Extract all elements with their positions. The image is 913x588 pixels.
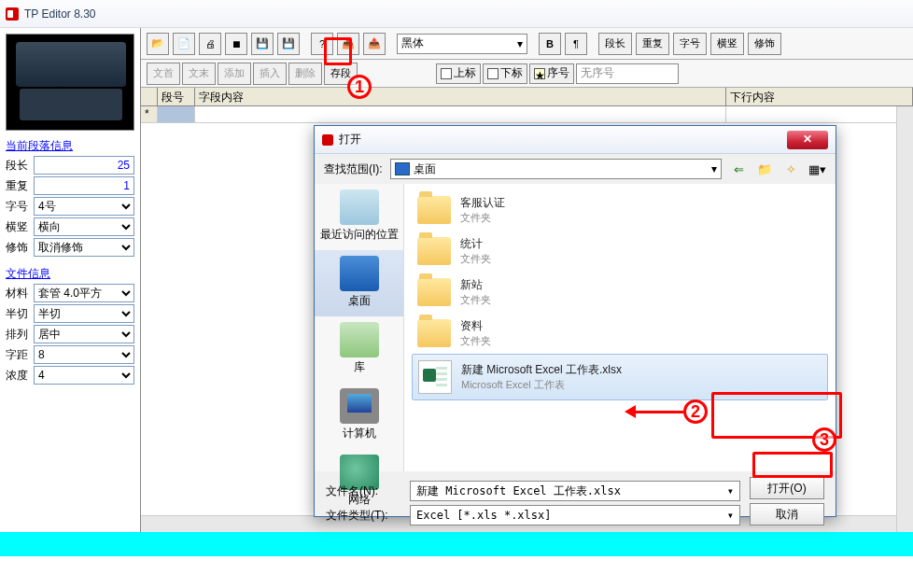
up-folder-icon[interactable]: 📁 — [755, 160, 774, 178]
help-icon[interactable]: ? — [311, 33, 333, 55]
cunduan-button[interactable]: 存段 — [324, 63, 358, 85]
tianjia-button[interactable]: 添加 — [218, 63, 251, 85]
toolbar-main: 📂 📄 🖨 ⏹ 💾 💾 ? 📥 📤 黑体▾ B ¶ 段长 重复 字号 横竖 修饰 — [141, 28, 913, 60]
open-icon[interactable]: 📂 — [147, 33, 169, 55]
app-logo-icon — [6, 7, 19, 21]
dialog-title: 打开 — [339, 132, 787, 147]
nongdu-select[interactable]: 4 — [34, 366, 134, 385]
duanchang-label: 段长 — [6, 158, 34, 174]
section-current-paragraph: 当前段落信息 — [6, 138, 134, 154]
view-menu-icon[interactable]: ▦▾ — [808, 160, 826, 178]
zihao-select[interactable]: 4号 — [34, 197, 134, 216]
place-recent[interactable]: 最近访问的位置 — [315, 184, 403, 250]
dialog-logo-icon — [322, 134, 333, 146]
cell-duanhao[interactable] — [158, 106, 195, 122]
excel-icon — [418, 360, 452, 394]
cailiao-select[interactable]: 套管 4.0平方 — [34, 284, 134, 302]
device-image — [6, 34, 134, 131]
cailiao-label: 材料 — [6, 286, 34, 301]
filename-input[interactable]: 新建 Microsoft Excel 工作表.xlsx▾ — [410, 481, 740, 501]
grid-header-col3: 下行内容 — [726, 88, 913, 105]
place-desktop[interactable]: 桌面 — [315, 250, 403, 316]
lookin-combo[interactable]: 桌面 ▾ — [390, 159, 722, 179]
font-select[interactable]: 黑体▾ — [397, 34, 527, 54]
section-file-info: 文件信息 — [6, 266, 134, 282]
print-icon[interactable]: 🖨 — [199, 33, 221, 55]
import-icon[interactable]: 📥 — [337, 33, 359, 55]
cell-next[interactable] — [726, 106, 913, 122]
dialog-toolbar: 查找范围(I): 桌面 ▾ ⇐ 📁 ✧ ▦▾ — [315, 154, 836, 184]
nongdu-label: 浓度 — [6, 368, 34, 384]
banqie-select[interactable]: 半切 — [34, 304, 134, 323]
chongfu-value[interactable]: 1 — [34, 176, 134, 195]
subscript-toggle[interactable]: 下标 — [483, 63, 527, 84]
hengshu-select[interactable]: 横向 — [34, 217, 134, 236]
annotation-arrow-2 — [627, 411, 683, 413]
scrollbar-vertical[interactable] — [896, 106, 913, 532]
pailie-label: 排列 — [6, 327, 34, 343]
folder-icon — [417, 278, 451, 306]
file-list: 客服认证文件夹 统计文件夹 新站文件夹 资料文件夹 新建 Microsoft E… — [404, 184, 836, 471]
back-icon[interactable]: ⇐ — [729, 160, 748, 178]
new-folder-icon[interactable]: ✧ — [781, 160, 800, 178]
folder-icon — [417, 319, 451, 347]
toolbar-secondary: 文首 文末 添加 插入 删除 存段 上标 下标 ★序号 无序号 — [141, 60, 913, 88]
save-as-icon[interactable]: 💾 — [277, 33, 300, 55]
stop-icon[interactable]: ⏹ — [225, 33, 247, 55]
banqie-label: 半切 — [6, 306, 34, 322]
paragraph-button[interactable]: ¶ — [565, 33, 587, 55]
lookin-value: 桌面 — [414, 161, 436, 177]
ziju-select[interactable]: 8 — [34, 345, 134, 364]
zihao-button[interactable]: 字号 — [673, 33, 707, 55]
noindex-input[interactable]: 无序号 — [576, 63, 679, 84]
sequence-toggle[interactable]: ★序号 — [529, 63, 574, 84]
wenshuo-button[interactable]: 文首 — [147, 63, 180, 85]
cell-content[interactable] — [195, 106, 726, 122]
titlebar: TP Editor 8.30 — [0, 0, 913, 28]
folder-icon — [417, 196, 451, 224]
place-library[interactable]: 库 — [315, 316, 403, 383]
wenmo-button[interactable]: 文末 — [182, 63, 216, 85]
left-panel: 当前段落信息 段长25 重复1 字号4号 横竖横向 修饰取消修饰 文件信息 材料… — [0, 28, 140, 532]
grid-header-col1: 段号 — [158, 88, 195, 105]
app-title: TP Editor 8.30 — [24, 7, 96, 21]
new-icon[interactable]: 📄 — [173, 33, 195, 55]
superscript-toggle[interactable]: 上标 — [436, 63, 481, 84]
charu-button[interactable]: 插入 — [253, 63, 287, 85]
chongfu-button[interactable]: 重复 — [636, 33, 669, 55]
zihao-label: 字号 — [6, 199, 34, 215]
shanchu-button[interactable]: 删除 — [288, 63, 322, 85]
export-icon[interactable]: 📤 — [363, 33, 386, 55]
filename-label: 文件名(N): — [326, 483, 400, 499]
filetype-label: 文件类型(T): — [326, 508, 400, 524]
cancel-button[interactable]: 取消 — [750, 503, 824, 525]
list-item[interactable]: 统计文件夹 — [412, 231, 828, 272]
open-button[interactable]: 打开(O) — [750, 477, 824, 499]
grid-header-blank — [141, 88, 158, 105]
grid-header: 段号 字段内容 下行内容 — [141, 88, 913, 106]
dialog-titlebar: 打开 ✕ — [315, 126, 836, 154]
grid-header-col2: 字段内容 — [195, 88, 726, 105]
places-bar: 最近访问的位置 桌面 库 计算机 网络 — [315, 184, 404, 471]
list-item-selected[interactable]: 新建 Microsoft Excel 工作表.xlsxMicrosoft Exc… — [412, 354, 828, 400]
list-item[interactable]: 客服认证文件夹 — [412, 189, 828, 231]
dialog-bottom: 文件名(N): 新建 Microsoft Excel 工作表.xlsx▾ 文件类… — [315, 471, 836, 535]
pailie-select[interactable]: 居中 — [34, 325, 134, 343]
open-dialog: 打开 ✕ 查找范围(I): 桌面 ▾ ⇐ 📁 ✧ ▦▾ 最近访问的位置 桌面 库… — [314, 125, 836, 517]
hengshu-label: 横竖 — [6, 219, 34, 235]
folder-icon — [417, 237, 451, 265]
place-computer[interactable]: 计算机 — [315, 383, 403, 449]
xiushi-button[interactable]: 修饰 — [748, 33, 781, 55]
save-icon[interactable]: 💾 — [251, 33, 274, 55]
status-bar — [0, 532, 913, 556]
close-button[interactable]: ✕ — [787, 131, 828, 149]
list-item[interactable]: 资料文件夹 — [412, 313, 828, 354]
duanchang-button[interactable]: 段长 — [598, 33, 632, 55]
table-row[interactable]: * — [141, 106, 913, 123]
bold-button[interactable]: B — [539, 33, 561, 55]
list-item[interactable]: 新站文件夹 — [412, 272, 828, 313]
duanchang-value[interactable]: 25 — [34, 156, 134, 175]
hengshu-button[interactable]: 横竖 — [710, 33, 744, 55]
filetype-select[interactable]: Excel [*.xls *.xlsx]▾ — [410, 505, 740, 525]
xiushi-select[interactable]: 取消修饰 — [34, 238, 134, 257]
